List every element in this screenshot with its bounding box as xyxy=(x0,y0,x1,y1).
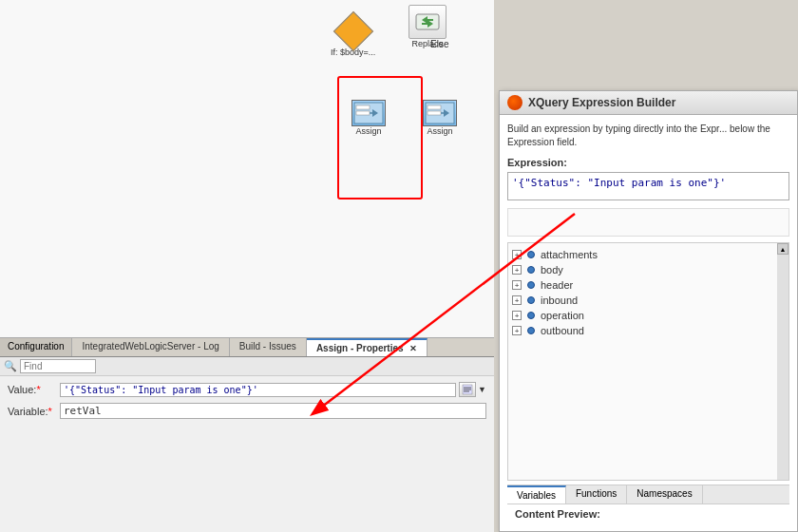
svg-rect-19 xyxy=(428,105,441,109)
expand-attachments[interactable]: + xyxy=(512,250,522,259)
xquery-expression-label: Expression: xyxy=(507,157,789,168)
value-edit-button[interactable] xyxy=(459,382,476,397)
red-selection-box xyxy=(337,76,423,200)
xquery-title-bar: XQuery Expression Builder xyxy=(500,91,797,115)
diagram-area: Replace If: $body=... Else Assign xyxy=(0,0,494,342)
expand-outbound[interactable]: + xyxy=(512,326,522,335)
value-label: Value:* xyxy=(8,384,60,395)
xquery-description: Build an expression by typing directly i… xyxy=(507,123,789,149)
assign-node-1[interactable]: Assign xyxy=(352,100,386,136)
xquery-logo-icon xyxy=(507,95,522,110)
expand-inbound[interactable]: + xyxy=(512,295,522,305)
tree-items-list: + attachments + body + xyxy=(508,243,788,342)
xq-tab-functions[interactable]: Functions xyxy=(566,485,627,504)
node-icon-body xyxy=(524,265,538,275)
tab-assign-props[interactable]: Assign - Properties ✕ xyxy=(307,338,428,356)
tab-log[interactable]: IntegratedWebLogicServer - Log xyxy=(72,338,229,356)
xquery-tree-area: + attachments + body + xyxy=(507,242,789,481)
svg-rect-14 xyxy=(356,105,370,109)
variable-row: Variable:* retVal xyxy=(8,403,486,419)
xquery-expression-value: '{"Status": "Input param is one"}' xyxy=(512,177,726,189)
content-preview-label: Content Preview: xyxy=(507,504,789,523)
tree-item-inbound[interactable]: + inbound xyxy=(512,293,773,308)
tab-bar: Configuration IntegratedWebLogicServer -… xyxy=(0,338,494,357)
xquery-bottom-tabs: Variables Functions Namespaces xyxy=(507,484,789,504)
expand-operation[interactable]: + xyxy=(512,311,522,320)
node-icon-inbound xyxy=(524,295,538,305)
bottom-panel: Configuration IntegratedWebLogicServer -… xyxy=(0,337,494,532)
config-tab[interactable]: Configuration xyxy=(0,338,72,356)
tree-item-attachments[interactable]: + attachments xyxy=(512,247,773,262)
xq-tab-variables[interactable]: Variables xyxy=(507,485,566,504)
scroll-up-btn[interactable]: ▲ xyxy=(777,243,788,255)
xquery-empty-area: ▲ xyxy=(507,208,789,237)
xquery-expression-box[interactable]: '{"Status": "Input param is one"}' xyxy=(507,172,789,200)
find-toolbar: 🔍 xyxy=(0,357,494,376)
assign-icon-1 xyxy=(352,100,386,126)
value-field[interactable]: '{"Status": "Input param is one"}' xyxy=(60,383,456,397)
else-label: Else xyxy=(430,39,448,49)
svg-rect-15 xyxy=(356,111,370,115)
assign-label-2: Assign xyxy=(427,126,452,136)
tree-item-outbound[interactable]: + outbound xyxy=(512,323,773,338)
tree-item-header[interactable]: + header xyxy=(512,277,773,293)
assign-node-2[interactable]: Assign xyxy=(423,100,457,136)
svg-rect-20 xyxy=(428,111,441,115)
xquery-panel: XQuery Expression Builder Build an expre… xyxy=(499,90,798,532)
value-dropdown-icon[interactable]: ▼ xyxy=(478,385,486,394)
canvas-area: Replace If: $body=... Else Assign xyxy=(0,0,494,532)
expand-body[interactable]: + xyxy=(512,265,522,275)
expand-header[interactable]: + xyxy=(512,280,522,290)
node-icon-outbound xyxy=(524,326,538,335)
node-icon-operation xyxy=(524,311,538,320)
magnifier-icon: 🔍 xyxy=(4,360,17,372)
node-icon-header xyxy=(524,280,538,290)
value-row: Value:* '{"Status": "Input param is one"… xyxy=(8,382,486,397)
find-input[interactable] xyxy=(20,359,96,373)
scrollbar[interactable]: ▲ xyxy=(777,243,788,480)
assign-icon-2 xyxy=(423,100,457,126)
xq-tab-namespaces[interactable]: Namespaces xyxy=(627,485,702,504)
xquery-body: Build an expression by typing directly i… xyxy=(500,115,797,531)
if-node: If: $body=... xyxy=(331,17,375,57)
close-tab-icon[interactable]: ✕ xyxy=(409,344,417,353)
assign-label-1: Assign xyxy=(355,126,381,136)
variable-field[interactable]: retVal xyxy=(60,403,486,419)
node-icon-attachments xyxy=(524,250,538,259)
xquery-title: XQuery Expression Builder xyxy=(528,96,675,109)
properties-content: Value:* '{"Status": "Input param is one"… xyxy=(0,376,494,430)
tree-item-body[interactable]: + body xyxy=(512,262,773,277)
variable-label: Variable:* xyxy=(8,406,60,417)
tree-item-operation[interactable]: + operation xyxy=(512,308,773,323)
replace-icon xyxy=(408,5,446,39)
tab-build[interactable]: Build - Issues xyxy=(230,338,307,356)
